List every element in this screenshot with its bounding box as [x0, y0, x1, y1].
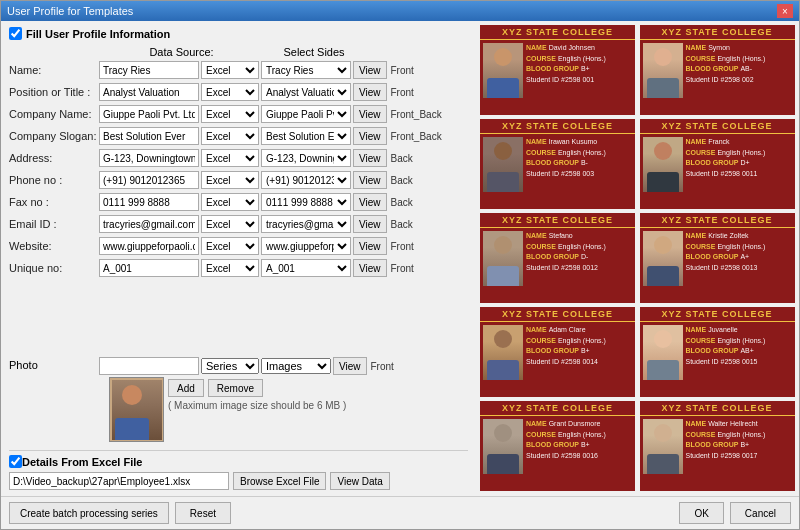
fill-checkbox-row: Fill User Profile Information [9, 27, 468, 40]
field-datasource-1[interactable]: Excel [201, 83, 259, 101]
browse-excel-button[interactable]: Browse Excel File [233, 472, 326, 490]
field-datasource-7[interactable]: Excel [201, 215, 259, 233]
field-input-0[interactable] [99, 61, 199, 79]
person-body-6 [487, 360, 519, 380]
add-button[interactable]: Add [168, 379, 204, 397]
field-input-9[interactable] [99, 259, 199, 277]
field-value-0[interactable]: Tracy Ries [261, 61, 351, 79]
card-header-0: XYZ STATE COLLEGE [480, 25, 635, 40]
photo-path-input[interactable] [99, 357, 199, 375]
field-value-6[interactable]: 0111 999 8888 [261, 193, 351, 211]
excel-path-input[interactable] [9, 472, 229, 490]
field-input-7[interactable] [99, 215, 199, 233]
card-name-line-9: NAME Walter Hellrecht [686, 419, 792, 430]
field-value-2[interactable]: Giuppe Paoli Pv [261, 105, 351, 123]
person-head-0 [494, 48, 512, 66]
cancel-button[interactable]: Cancel [730, 502, 791, 524]
card-id-line-8: Student ID #2598 0016 [526, 451, 632, 462]
field-datasource-0[interactable]: Excel [201, 61, 259, 79]
card-name-line-8: NAME Grant Dunsmore [526, 419, 632, 430]
card-course-line-3: COURSE English (Hons.) [686, 148, 792, 159]
field-view-7[interactable]: View [353, 215, 387, 233]
photo-row: Photo Series Images View Front [9, 357, 468, 442]
view-data-button[interactable]: View Data [330, 472, 389, 490]
field-input-6[interactable] [99, 193, 199, 211]
card-photo-0 [483, 43, 523, 98]
field-value-8[interactable]: www.giuppeforp [261, 237, 351, 255]
field-view-1[interactable]: View [353, 83, 387, 101]
right-panel: XYZ STATE COLLEGE NAME David Johnsen COU… [476, 21, 799, 496]
field-view-3[interactable]: View [353, 127, 387, 145]
person-silhouette-3 [643, 137, 683, 192]
field-datasource-6[interactable]: Excel [201, 193, 259, 211]
field-view-8[interactable]: View [353, 237, 387, 255]
card-id-line-7: Student ID #2598 0015 [686, 357, 792, 368]
bottom-buttons: Create batch processing series Reset OK … [1, 496, 799, 529]
card-photo-8 [483, 419, 523, 474]
field-datasource-8[interactable]: Excel [201, 237, 259, 255]
field-input-5[interactable] [99, 171, 199, 189]
field-input-4[interactable] [99, 149, 199, 167]
field-value-3[interactable]: Best Solution Ev [261, 127, 351, 145]
details-checkbox[interactable] [9, 455, 22, 468]
card-name-line-7: NAME Juvanelle [686, 325, 792, 336]
field-view-9[interactable]: View [353, 259, 387, 277]
close-button[interactable]: × [777, 4, 793, 18]
field-view-2[interactable]: View [353, 105, 387, 123]
fill-checkbox[interactable] [9, 27, 22, 40]
card-name-line-5: NAME Kristie Zoltek [686, 231, 792, 242]
excel-path-row: Browse Excel File View Data [9, 472, 468, 490]
field-side-0: Front [391, 65, 451, 76]
card-id-line-6: Student ID #2598 0014 [526, 357, 632, 368]
person-silhouette-4 [483, 231, 523, 286]
field-view-0[interactable]: View [353, 61, 387, 79]
field-datasource-4[interactable]: Excel [201, 149, 259, 167]
ok-button[interactable]: OK [679, 502, 723, 524]
person-head-2 [494, 142, 512, 160]
person-head-8 [494, 424, 512, 442]
field-input-8[interactable] [99, 237, 199, 255]
field-value-4[interactable]: G-123, Downing [261, 149, 351, 167]
left-panel: Fill User Profile Information Data Sourc… [1, 21, 476, 496]
field-datasource-3[interactable]: Excel [201, 127, 259, 145]
field-label-3: Company Slogan: [9, 130, 99, 142]
id-card-5: XYZ STATE COLLEGE NAME Stefano COURSE En… [480, 213, 635, 303]
field-input-1[interactable] [99, 83, 199, 101]
title-bar: User Profile for Templates × [1, 1, 799, 21]
field-side-9: Front [391, 263, 451, 274]
person-silhouette-7 [643, 325, 683, 380]
batch-button[interactable]: Create batch processing series [9, 502, 169, 524]
photo-view-button[interactable]: View [333, 357, 367, 375]
person-silhouette-5 [643, 231, 683, 286]
field-datasource-2[interactable]: Excel [201, 105, 259, 123]
card-info-6: NAME Adam Clare COURSE English (Hons.) B… [526, 325, 632, 394]
card-id-line-0: Student ID #2598 001 [526, 75, 632, 86]
field-view-6[interactable]: View [353, 193, 387, 211]
card-header-9: XYZ STATE COLLEGE [640, 401, 795, 416]
field-value-5[interactable]: (+91) 90120123 [261, 171, 351, 189]
card-course-line-6: COURSE English (Hons.) [526, 336, 632, 347]
field-view-4[interactable]: View [353, 149, 387, 167]
photo-value-select[interactable]: Images [261, 358, 331, 374]
form-row-8: Website: Excel www.giuppeforp View Front [9, 236, 468, 256]
card-name-line-0: NAME David Johnsen [526, 43, 632, 54]
person-silhouette-6 [483, 325, 523, 380]
photo-thumb-inner [112, 380, 162, 440]
reset-button[interactable]: Reset [175, 502, 231, 524]
field-value-1[interactable]: Analyst Valuatio [261, 83, 351, 101]
remove-button[interactable]: Remove [208, 379, 263, 397]
field-view-5[interactable]: View [353, 171, 387, 189]
field-datasource-9[interactable]: Excel [201, 259, 259, 277]
field-input-3[interactable] [99, 127, 199, 145]
person-head-1 [654, 48, 672, 66]
card-name-line-1: NAME Symon [686, 43, 792, 54]
card-blood-line-5: BLOOD GROUP A+ [686, 252, 792, 263]
field-datasource-5[interactable]: Excel [201, 171, 259, 189]
photo-data-source-select[interactable]: Series [201, 358, 259, 374]
form-row-4: Address: Excel G-123, Downing View Back [9, 148, 468, 168]
field-value-7[interactable]: tracyries@gmail [261, 215, 351, 233]
field-value-9[interactable]: A_001 [261, 259, 351, 277]
card-course-line-2: COURSE English (Hons.) [526, 148, 632, 159]
field-input-2[interactable] [99, 105, 199, 123]
card-header-7: XYZ STATE COLLEGE [640, 307, 795, 322]
